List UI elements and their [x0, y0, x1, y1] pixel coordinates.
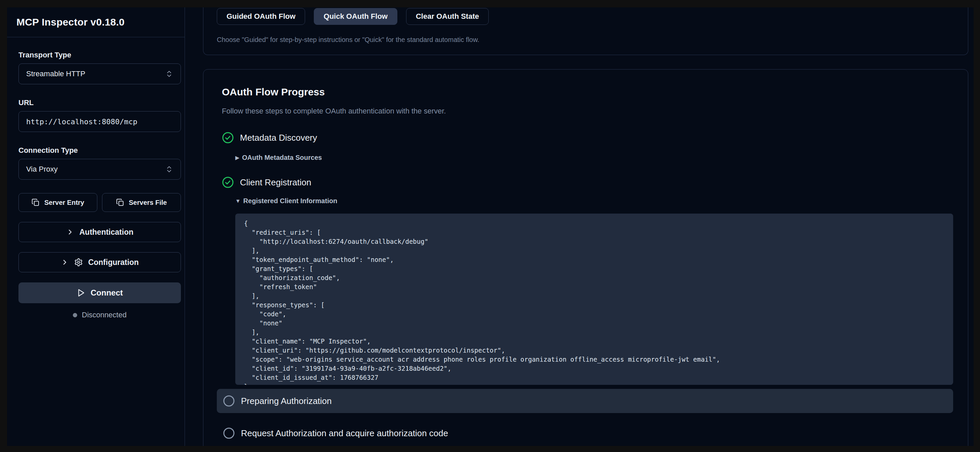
oauth-metadata-sources-toggle[interactable]: ▶ OAuth Metadata Sources [235, 154, 953, 161]
oauth-flow-progress-card: OAuth Flow Progress Follow these steps t… [203, 69, 968, 446]
url-label: URL [19, 98, 180, 107]
code-line: "none" [244, 319, 944, 328]
code-line: "client_id_issued_at": 1768766327 [244, 373, 944, 382]
transport-type-value: Streamable HTTP [26, 70, 85, 78]
app-title: MCP Inspector v0.18.0 [16, 16, 124, 28]
code-line: ], [244, 246, 944, 255]
sidebar: MCP Inspector v0.18.0 Transport Type Str… [7, 7, 185, 446]
configuration-label: Configuration [88, 258, 139, 267]
code-line: "code", [244, 310, 944, 319]
transport-type-select[interactable]: Streamable HTTP [19, 64, 181, 84]
status-dot-icon [73, 313, 77, 317]
code-line: "redirect_uris": [ [244, 228, 944, 237]
guided-oauth-flow-button[interactable]: Guided OAuth Flow [217, 8, 305, 25]
code-line: "grant_types": [ [244, 264, 944, 273]
oauth-metadata-sources-label: OAuth Metadata Sources [242, 154, 322, 161]
url-input[interactable] [26, 118, 173, 126]
mcp-inspector-app: MCP Inspector v0.18.0 Transport Type Str… [7, 7, 974, 446]
play-icon [76, 289, 85, 297]
empty-circle-icon [223, 427, 235, 439]
code-line: ], [244, 328, 944, 337]
connection-type-label: Connection Type [19, 146, 180, 155]
connection-type-select[interactable]: Via Proxy [19, 159, 181, 180]
chevron-right-icon [66, 228, 74, 236]
sidebar-body: Transport Type Streamable HTTP URL [7, 37, 185, 319]
code-line: "token_endpoint_auth_method": "none", [244, 255, 944, 264]
configuration-toggle[interactable]: Configuration [19, 252, 181, 272]
authentication-label: Authentication [80, 228, 134, 237]
connection-type-group: Connection Type Via Proxy [19, 146, 180, 180]
chevrons-up-down-icon [165, 165, 173, 173]
empty-circle-icon [223, 395, 235, 407]
step-title: Request Authorization and acquire author… [241, 428, 448, 439]
step-title: Client Registration [240, 177, 311, 188]
registered-client-json-block[interactable]: { "redirect_uris": [ "http://localhost:6… [235, 214, 953, 385]
oauth-progress-subtitle: Follow these steps to complete OAuth aut… [222, 107, 953, 115]
step-preparing-authorization: Preparing Authorization [217, 389, 953, 413]
code-line: "client_name": "MCP Inspector", [244, 337, 944, 346]
authentication-toggle[interactable]: Authentication [19, 222, 181, 242]
triangle-down-icon: ▼ [235, 198, 241, 204]
step-client-registration: Client Registration [222, 176, 953, 188]
transport-type-label: Transport Type [19, 51, 180, 59]
registered-client-info-toggle[interactable]: ▼ Registered Client Information [235, 197, 953, 205]
code-line: "authorization_code", [244, 273, 944, 283]
servers-file-button[interactable]: Servers File [102, 193, 181, 212]
step-title: Preparing Authorization [241, 396, 332, 406]
sidebar-header: MCP Inspector v0.18.0 [7, 7, 185, 37]
code-line: "client_id": "319917a4-93a9-40fb-a2fc-32… [244, 364, 944, 373]
oauth-progress-title: OAuth Flow Progress [222, 86, 953, 98]
code-line: { [244, 219, 944, 228]
oauth-toolbar-buttons: Guided OAuth Flow Quick OAuth Flow Clear… [217, 8, 955, 25]
step-title: Metadata Discovery [240, 133, 317, 143]
check-circle-icon [222, 132, 234, 144]
code-line: "response_types": [ [244, 300, 944, 310]
chevrons-up-down-icon [165, 70, 173, 78]
url-input-wrapper [19, 111, 181, 132]
triangle-right-icon: ▶ [235, 155, 239, 161]
transport-type-group: Transport Type Streamable HTTP [19, 51, 180, 84]
oauth-toolbar-helper-text: Choose "Guided" for step-by-step instruc… [217, 36, 955, 44]
clear-oauth-state-button[interactable]: Clear OAuth State [406, 8, 488, 25]
quick-oauth-flow-button[interactable]: Quick OAuth Flow [314, 8, 398, 25]
check-circle-icon [222, 176, 234, 188]
chevron-right-icon [61, 258, 69, 266]
server-entry-button[interactable]: Server Entry [19, 193, 97, 212]
copy-icon [116, 198, 124, 206]
oauth-toolbar-card: Guided OAuth Flow Quick OAuth Flow Clear… [203, 7, 968, 55]
connection-type-value: Via Proxy [26, 165, 58, 174]
code-line: ], [244, 291, 944, 300]
status-text: Disconnected [82, 311, 127, 319]
step-request-authorization: Request Authorization and acquire author… [217, 423, 953, 443]
step-metadata-discovery: Metadata Discovery [222, 132, 953, 144]
servers-file-label: Servers File [129, 199, 167, 206]
server-buttons-row: Server Entry Servers File [19, 193, 181, 212]
gear-icon [74, 258, 83, 267]
connect-label: Connect [91, 288, 123, 297]
copy-icon [32, 198, 40, 206]
server-entry-label: Server Entry [44, 199, 84, 206]
screenshot-viewport: MCP Inspector v0.18.0 Transport Type Str… [0, 0, 980, 452]
oauth-steps: Metadata Discovery ▶ OAuth Metadata Sour… [222, 132, 953, 443]
connect-button[interactable]: Connect [19, 283, 181, 303]
code-line: "http://localhost:6274/oauth/callback/de… [244, 237, 944, 246]
connection-status: Disconnected [19, 311, 181, 319]
code-line: "scope": "web-origins service_account ac… [244, 355, 944, 364]
code-line: "refresh_token" [244, 283, 944, 291]
registered-client-info-label: Registered Client Information [243, 197, 337, 205]
code-line: "client_uri": "https://github.com/modelc… [244, 346, 944, 355]
main-content: Guided OAuth Flow Quick OAuth Flow Clear… [185, 7, 974, 446]
code-line: } [244, 382, 944, 385]
url-group: URL [19, 98, 180, 132]
